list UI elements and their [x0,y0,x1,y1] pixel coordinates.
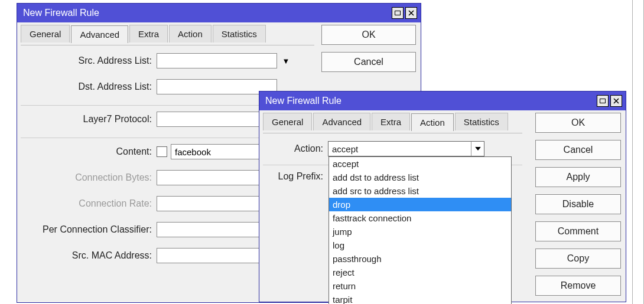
chevron-down-icon[interactable] [471,142,484,156]
action-option[interactable]: add src to address list [329,184,511,198]
action-combobox[interactable]: accept acceptadd dst to address listadd … [328,141,484,156]
titlebar[interactable]: New Firewall Rule [259,91,626,110]
label-src-mac-address: Src. MAC Address: [21,250,157,261]
action-option[interactable]: jump [329,225,511,238]
disable-button[interactable]: Disable [535,194,621,214]
remove-button[interactable]: Remove [535,276,621,296]
label-content: Content: [21,146,157,157]
action-dropdown-list[interactable]: acceptadd dst to address listadd src to … [328,156,512,304]
action-option[interactable]: fasttrack connection [329,211,511,225]
ok-button[interactable]: OK [535,113,621,133]
ok-button[interactable]: OK [321,25,416,45]
dialog-button-column: OK Cancel Apply Disable Comment Copy Rem… [535,113,621,296]
action-option[interactable]: passthrough [329,252,511,266]
row-src-address-list: Src. Address List: ▼ [21,53,314,68]
window-title: New Firewall Rule [265,96,595,106]
svg-rect-1 [600,99,606,103]
row-action: Action: accept acceptadd dst to address … [263,141,522,156]
tab-action[interactable]: Action [411,113,454,131]
tab-action[interactable]: Action [169,25,212,43]
form-area: Action: accept acceptadd dst to address … [263,136,522,298]
label-log-prefix: Log Prefix: [263,171,328,182]
label-src-address-list: Src. Address List: [21,55,157,66]
close-icon[interactable] [405,7,417,19]
label-connection-bytes: Connection Bytes: [21,172,157,183]
label-action: Action: [263,143,328,154]
label-layer7-protocol: Layer7 Protocol: [21,114,157,125]
src-address-list-input[interactable] [157,53,277,68]
action-option[interactable]: reject [329,266,511,279]
action-option[interactable]: drop [329,198,511,211]
dialog-button-column: OK Cancel [321,25,416,72]
action-option[interactable]: tarpit [329,293,511,304]
dialog-firewall-rule-action: New Firewall Rule General Advanced Extra… [259,91,626,302]
tab-statistics[interactable]: Statistics [213,25,266,43]
content-invert-checkbox[interactable] [157,146,167,157]
tab-general[interactable]: General [21,25,70,43]
svg-rect-0 [395,11,401,15]
action-option[interactable]: add dst to address list [329,171,511,184]
tab-advanced[interactable]: Advanced [71,25,128,43]
cancel-button[interactable]: Cancel [535,140,621,160]
tab-advanced[interactable]: Advanced [313,113,370,130]
minimize-to-tray-icon[interactable] [392,7,404,19]
copy-button[interactable]: Copy [535,249,621,269]
tab-general[interactable]: General [263,113,312,130]
tab-extra[interactable]: Extra [372,113,410,130]
close-icon[interactable] [610,95,622,107]
tab-statistics[interactable]: Statistics [455,113,508,130]
tab-extra[interactable]: Extra [129,25,168,43]
minimize-to-tray-icon[interactable] [597,95,609,107]
comment-button[interactable]: Comment [535,221,621,241]
action-option[interactable]: log [329,238,511,252]
apply-button[interactable]: Apply [535,167,621,187]
action-option[interactable]: return [329,279,511,293]
label-dst-address-list: Dst. Address List: [21,81,157,92]
chevron-down-icon[interactable]: ▼ [281,57,291,66]
window-title: New Firewall Rule [23,8,390,18]
label-connection-rate: Connection Rate: [21,198,157,209]
action-option[interactable]: accept [329,157,511,171]
label-per-connection-classifier: Per Connection Classifier: [21,224,157,235]
titlebar[interactable]: New Firewall Rule [17,4,421,22]
action-combobox-value: accept [328,144,471,154]
cancel-button[interactable]: Cancel [321,52,416,72]
